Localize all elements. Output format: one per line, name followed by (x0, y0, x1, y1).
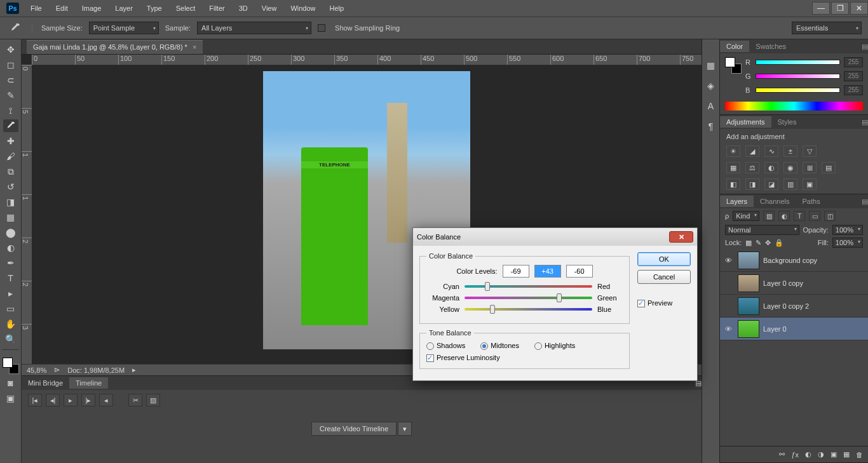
create-video-dropdown[interactable]: ▾ (398, 422, 412, 436)
layer-row[interactable]: Layer 0 copy (720, 272, 868, 295)
adj-curves-icon[interactable]: ∿ (764, 145, 778, 157)
zoom-arrow-icon[interactable]: ⊳ (54, 366, 60, 374)
goto-last-icon[interactable]: ◂ (99, 394, 113, 406)
panel-color-swatches[interactable] (725, 57, 742, 74)
history-icon[interactable]: ▦ (704, 58, 718, 72)
sample-size-select[interactable]: Point Sample (89, 22, 159, 34)
adj-levels-icon[interactable]: ◢ (745, 145, 759, 157)
blend-mode-select[interactable]: Normal (725, 225, 799, 235)
menu-image[interactable]: Image (76, 2, 108, 15)
level-yellow-input[interactable] (566, 265, 593, 278)
spectrum-bar[interactable] (725, 102, 863, 111)
adj-posterize-icon[interactable]: ◨ (745, 178, 759, 190)
create-video-button[interactable]: Create Video Timeline (311, 422, 397, 436)
layers-flyout-icon[interactable]: ▤ (855, 196, 868, 208)
adj-brightness-icon[interactable]: ☀ (726, 145, 740, 157)
crop-tool[interactable]: ⟟ (3, 104, 18, 117)
link-layers-icon[interactable]: ⚯ (779, 450, 785, 459)
clone-tool[interactable]: ⧉ (3, 165, 18, 178)
adj-photo-filter-icon[interactable]: ◉ (783, 162, 797, 173)
goto-first-icon[interactable]: |◂ (28, 394, 42, 406)
eye-icon[interactable]: 👁 (722, 325, 734, 333)
adj-vibrance-icon[interactable]: ▽ (803, 145, 817, 157)
workspace-select[interactable]: Essentials (792, 22, 862, 34)
tab-layers[interactable]: Layers (720, 196, 754, 207)
dialog-titlebar[interactable]: Color Balance ✕ (413, 228, 697, 246)
delete-layer-icon[interactable]: 🗑 (856, 451, 863, 459)
tab-adjustments[interactable]: Adjustments (720, 116, 771, 128)
tab-swatches[interactable]: Swatches (749, 41, 792, 52)
prev-frame-icon[interactable]: ◂| (46, 394, 60, 406)
tab-close-icon[interactable]: × (193, 43, 196, 51)
cyan-slider[interactable] (465, 285, 592, 288)
layer-row[interactable]: 👁 Layer 0 (720, 318, 868, 340)
minimize-button[interactable]: — (812, 2, 830, 15)
layer-row[interactable]: 👁 Background copy (720, 249, 868, 272)
status-arrow-icon[interactable]: ▸ (132, 366, 136, 374)
filter-type-icon[interactable]: T (794, 211, 805, 221)
move-tool[interactable]: ✥ (3, 43, 18, 56)
adj-hue-icon[interactable]: ▦ (726, 162, 740, 173)
zoom-tool[interactable]: 🔍 (3, 333, 18, 346)
close-button[interactable]: ✕ (850, 2, 868, 15)
menu-edit[interactable]: Edit (50, 2, 74, 15)
tab-styles[interactable]: Styles (771, 116, 803, 128)
dodge-tool[interactable]: ◐ (3, 241, 18, 254)
lock-transparent-icon[interactable]: ▩ (745, 239, 752, 247)
menu-select[interactable]: Select (170, 2, 202, 15)
layer-row[interactable]: Layer 0 copy 2 (720, 295, 868, 318)
sample-select[interactable]: All Layers (197, 22, 311, 34)
dialog-close-button[interactable]: ✕ (669, 231, 693, 243)
adj-balance-icon[interactable]: ⚖ (745, 162, 759, 173)
type-tool[interactable]: T (3, 272, 18, 285)
adj-selective-icon[interactable]: ▣ (803, 178, 817, 190)
layer-mask-icon[interactable]: ◐ (805, 450, 811, 459)
properties-icon[interactable]: ◈ (704, 79, 718, 93)
show-sampling-ring-check[interactable] (318, 24, 325, 32)
yellow-slider[interactable] (465, 308, 592, 311)
eraser-tool[interactable]: ◨ (3, 196, 18, 208)
screen-mode-tool[interactable]: ▣ (3, 392, 18, 405)
adj-flyout-icon[interactable]: ▤ (855, 116, 868, 128)
paragraph-icon[interactable]: ¶ (704, 119, 718, 133)
character-icon[interactable]: A (704, 99, 718, 113)
filter-shape-icon[interactable]: ▭ (809, 211, 820, 221)
kind-select[interactable]: Kind (733, 211, 759, 221)
b-slider[interactable] (756, 88, 840, 93)
preview-check[interactable]: Preview (637, 299, 691, 307)
history-brush-tool[interactable]: ↺ (3, 180, 18, 193)
adj-exposure-icon[interactable]: ± (783, 145, 797, 157)
fill-select[interactable]: 100% (832, 238, 863, 248)
split-icon[interactable]: ✂ (128, 394, 142, 406)
lock-pixels-icon[interactable]: ✎ (756, 239, 761, 247)
g-value[interactable]: 255 (844, 71, 863, 81)
shape-tool[interactable]: ▭ (3, 302, 18, 315)
menu-view[interactable]: View (255, 2, 283, 15)
adj-threshold-icon[interactable]: ◪ (764, 178, 778, 190)
preserve-luminosity-check[interactable]: Preserve Luminosity (426, 354, 500, 361)
next-frame-icon[interactable]: |▸ (81, 394, 95, 406)
tab-paths[interactable]: Paths (796, 196, 827, 207)
menu-help[interactable]: Help (323, 2, 351, 15)
b-value[interactable]: 255 (844, 85, 863, 95)
hand-tool[interactable]: ✋ (3, 318, 18, 330)
color-swatches[interactable] (3, 358, 19, 374)
highlights-radio[interactable]: Highlights (534, 342, 575, 350)
new-group-icon[interactable]: ▣ (831, 450, 837, 459)
adj-gradient-icon[interactable]: ▥ (783, 178, 797, 190)
g-slider[interactable] (756, 74, 840, 79)
tab-color[interactable]: Color (720, 41, 749, 52)
new-layer-icon[interactable]: ▦ (843, 450, 850, 459)
quick-mask-tool[interactable]: ◙ (3, 377, 18, 389)
new-adj-icon[interactable]: ◑ (818, 450, 824, 459)
doc-tab[interactable]: Gaja mai Linda 1.jpg @ 45,8% (Layer 0, R… (27, 40, 203, 54)
r-slider[interactable] (756, 60, 840, 65)
ok-button[interactable]: OK (637, 252, 691, 266)
adj-bw-icon[interactable]: ◐ (764, 162, 778, 173)
gradient-tool[interactable]: ▦ (3, 211, 18, 224)
filter-smart-icon[interactable]: ◫ (824, 211, 836, 221)
opacity-select[interactable]: 100% (832, 225, 863, 235)
menu-window[interactable]: Window (284, 2, 322, 15)
adj-channel-mixer-icon[interactable]: ⊞ (803, 162, 817, 173)
adj-lookup-icon[interactable]: ▤ (822, 162, 836, 173)
